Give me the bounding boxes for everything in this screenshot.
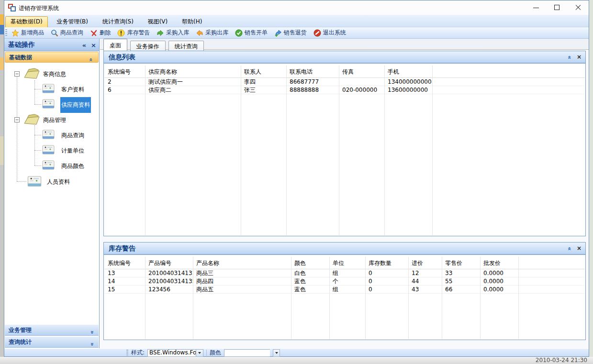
color-combobox[interactable] [224, 349, 270, 357]
menu-item-view[interactable]: 视图(V) [143, 16, 173, 28]
tree-expander-collapse[interactable]: − [14, 71, 20, 77]
toolbar-drag-handle[interactable] [5, 29, 7, 37]
table-cell [518, 286, 585, 294]
column-header[interactable]: 传真 [339, 66, 384, 78]
toolbar-purchase-out-button[interactable]: 采购出库 [193, 28, 231, 37]
column-header[interactable] [432, 66, 585, 78]
menu-item-help[interactable]: 帮助(H) [177, 16, 207, 28]
toolbar-label: 采购出库 [205, 29, 228, 37]
column-separator [480, 257, 481, 339]
stock-warning-panel: 库存警告 « × 系统编号产品编号产品名称颜色单位库存数量进价零售价批发价132… [103, 242, 586, 340]
column-separator [365, 257, 366, 339]
column-header[interactable]: 联系电话 [286, 66, 339, 78]
column-header[interactable]: 系统编号 [104, 66, 145, 78]
table-row[interactable]: 15123456商品五蓝色组043660.0000 [104, 286, 585, 294]
table-cell: 0 [365, 286, 408, 294]
tree-item-personnel-data[interactable]: 人员资料 [47, 178, 70, 186]
tab-desktop[interactable]: 桌面 [103, 39, 127, 51]
collapse-panel-icon[interactable]: « [564, 247, 575, 250]
close-panel-icon[interactable]: × [577, 243, 582, 254]
table-row[interactable]: 2测试供应商一李四86687777134000000000 [104, 78, 585, 86]
minimize-button[interactable] [526, 0, 547, 15]
table-cell: 组 [329, 286, 365, 294]
table-header-row: 系统编号产品编号产品名称颜色单位库存数量进价零售价批发价 [104, 257, 585, 269]
table-cell: 33 [442, 269, 480, 277]
column-header[interactable]: 供应商名称 [145, 66, 241, 78]
table-cell: 张三 [241, 86, 286, 94]
no-entry-icon [313, 29, 321, 37]
style-combobox[interactable]: BSE.Windows.For [147, 349, 203, 357]
close-panel-icon[interactable]: × [91, 39, 96, 51]
menu-item-statistics[interactable]: 统计查询(S) [97, 16, 139, 28]
sidebar-section-basic-data[interactable]: 基础数据 « [5, 52, 99, 63]
column-separator [291, 257, 291, 339]
color-dropdown-button[interactable] [273, 349, 280, 357]
tree-connector [17, 74, 17, 181]
collapse-panel-icon[interactable]: « [82, 39, 86, 51]
column-header[interactable]: 手机 [384, 66, 432, 78]
column-header[interactable]: 零售价 [442, 257, 480, 269]
table-row[interactable]: 6供应商二张三88888888020-00000013600000000 [104, 86, 585, 94]
column-header[interactable]: 产品名称 [193, 257, 291, 269]
column-separator [408, 257, 409, 339]
close-button[interactable] [568, 0, 589, 15]
toolbar-delete-button[interactable]: 删除 [88, 28, 113, 37]
toolbar-label: 销售开单 [245, 29, 268, 37]
table-row[interactable]: 1320100403141318商品三白色组012330.0000 [104, 269, 585, 277]
toolbar-sales-order-button[interactable]: 销售开单 [233, 28, 270, 37]
close-panel-icon[interactable]: × [577, 51, 582, 63]
column-header[interactable] [518, 257, 585, 269]
collapse-panel-icon[interactable]: « [564, 55, 575, 58]
column-header[interactable]: 颜色 [291, 257, 329, 269]
toolbar-exit-button[interactable]: 退出系统 [311, 28, 348, 37]
tree-item-product-search[interactable]: 商品查询 [61, 132, 84, 140]
column-header[interactable]: 系统编号 [104, 257, 145, 269]
toolbar-label: 删除 [100, 29, 111, 37]
sidebar-section-query-stats[interactable]: 查询统计 « [5, 336, 99, 348]
menu-item-business[interactable]: 业务管理(B) [51, 16, 93, 28]
tree-item-product-color[interactable]: 商品颜色 [61, 162, 84, 170]
table-cell: 13 [104, 269, 145, 277]
tree-expander-collapse[interactable]: − [14, 117, 20, 122]
tree-item-unit-of-measure[interactable]: 计量单位 [61, 147, 84, 155]
toolbar-stock-warning-button[interactable]: 库存警告 [115, 28, 152, 37]
stock-table: 系统编号产品编号产品名称颜色单位库存数量进价零售价批发价132010040314… [104, 257, 585, 339]
record-machine-icon [41, 158, 56, 172]
sidebar-title: 基础操作 [8, 41, 35, 48]
tree-connector [34, 150, 41, 151]
tab-business-operations[interactable]: 业务操作 [130, 41, 166, 52]
record-machine-icon [26, 173, 43, 189]
table-cell: 0 [365, 277, 408, 286]
tree-item-customer-data[interactable]: 客户资料 [61, 86, 84, 94]
tree-item-product-management[interactable]: 商品管理 [43, 116, 66, 124]
column-header[interactable]: 联系人 [241, 66, 286, 78]
tree-item-customer-info[interactable]: 客商信息 [43, 70, 66, 78]
sidebar: 基础操作 « × 基础数据 « − 客商信息 客户资料 [4, 39, 100, 348]
delete-x-icon [90, 29, 98, 37]
column-separator [518, 257, 519, 339]
column-header[interactable]: 批发价 [480, 257, 518, 269]
app-icon [8, 4, 16, 11]
table-cell: 白色 [291, 269, 329, 277]
maximize-button[interactable] [547, 0, 568, 15]
column-header[interactable]: 单位 [329, 257, 365, 269]
table-cell: 商品三 [193, 269, 291, 277]
column-header[interactable]: 产品编号 [145, 257, 193, 269]
title-bar[interactable]: 进销存管理系统 [4, 0, 589, 15]
tree-item-supplier-data-selected[interactable]: 供应商资料 [60, 97, 91, 113]
toolbar-sales-return-button[interactable]: 销售退货 [272, 28, 309, 37]
menu-item-basic-data[interactable]: 基础数据(D) [5, 16, 48, 28]
section-label: 基础数据 [9, 54, 32, 61]
toolbar-new-product-button[interactable]: 新增商品 [9, 28, 46, 37]
column-header[interactable]: 进价 [408, 257, 442, 269]
column-header[interactable]: 库存数量 [365, 257, 408, 269]
tab-statistics-query[interactable]: 统计查询 [168, 41, 204, 52]
column-separator [384, 66, 385, 235]
dropdown-button[interactable] [196, 350, 203, 356]
toolbar-product-search-button[interactable]: 商品查询 [48, 28, 86, 37]
sidebar-section-business[interactable]: 业务管理 « [5, 324, 99, 336]
toolbar-purchase-in-button[interactable]: 采购入库 [154, 28, 191, 37]
table-row[interactable]: 1420100403141351商品四蓝色个044550.0000 [104, 277, 585, 286]
toolbar-drag-handle[interactable] [126, 350, 128, 356]
panel-header: 信息列表 « × [104, 51, 585, 64]
